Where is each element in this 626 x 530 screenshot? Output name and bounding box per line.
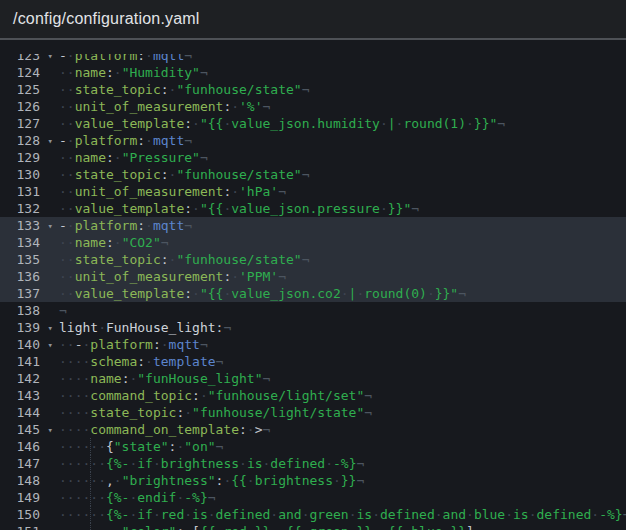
- line-number: 134: [0, 234, 40, 251]
- code-line-145: 145▾····command_on_template:·>¬: [0, 421, 626, 438]
- code-line-135: 135··state_topic:·"funhouse/state"¬: [0, 251, 626, 268]
- code-token: :: [137, 48, 145, 63]
- line-number: 139: [0, 319, 40, 336]
- code-text[interactable]: ······,·"brightness":·{{·brightness·}}¬: [56, 472, 626, 489]
- whitespace-dot: ·: [98, 524, 106, 530]
- code-text[interactable]: ··value_template:·"{{·value_json.humidit…: [56, 115, 626, 132]
- code-text[interactable]: ··state_topic:·"funhouse/state"¬: [56, 251, 626, 268]
- fold-arrow-icon[interactable]: ▾: [48, 337, 53, 354]
- code-line-127: 127··value_template:·"{{·value_json.humi…: [0, 115, 626, 132]
- code-text[interactable]: ····state_topic:·"funhouse/light/state"¬: [56, 404, 626, 421]
- code-line-142: 142····name:·"funHouse_light"¬: [0, 370, 626, 387]
- code-text[interactable]: ··value_template:·"{{·value_json.pressur…: [56, 200, 626, 217]
- whitespace-dot: ·: [380, 201, 388, 216]
- code-text[interactable]: ··unit_of_measurement:·'%'¬: [56, 98, 626, 115]
- code-text[interactable]: ··state_topic:·"funhouse/state"¬: [56, 81, 626, 98]
- code-token: template: [153, 354, 216, 369]
- code-text[interactable]: -·platform:·mqtt¬: [56, 217, 626, 234]
- whitespace-dot: ·: [114, 235, 122, 250]
- code-lines: 123▾-·platform:·mqtt¬124··name:·"Humidit…: [0, 47, 626, 530]
- code-token: }}: [255, 524, 271, 530]
- code-token: }}": [474, 116, 497, 131]
- code-token: is: [356, 507, 372, 522]
- code-text[interactable]: light·FunHouse_light:¬: [56, 319, 626, 336]
- code-text[interactable]: -·platform:·mqtt¬: [56, 132, 626, 149]
- code-text[interactable]: ··unit_of_measurement:·'hPa'¬: [56, 183, 626, 200]
- code-token: brightness: [161, 456, 239, 471]
- whitespace-dot: ·: [67, 99, 75, 114]
- whitespace-dot: ·: [90, 473, 98, 488]
- whitespace-dot: ·: [466, 507, 474, 522]
- whitespace-dot: ·: [153, 456, 161, 471]
- code-token: :: [192, 388, 200, 403]
- code-line-147: 147······{%-·if·brightness·is·defined·-%…: [0, 455, 626, 472]
- eol-marker: ¬: [474, 524, 482, 530]
- code-text[interactable]: ··name:·"Pressure"¬: [56, 149, 626, 166]
- whitespace-dot: ·: [90, 524, 98, 530]
- code-token: ,: [270, 524, 278, 530]
- eol-marker: ¬: [364, 388, 372, 403]
- code-text[interactable]: ······{"state":·"on"¬: [56, 438, 626, 455]
- whitespace-dot: ·: [59, 456, 67, 471]
- gutter-cell: 127: [0, 115, 56, 132]
- code-token: round(0): [364, 286, 427, 301]
- whitespace-dot: ·: [591, 507, 599, 522]
- whitespace-dot: ·: [427, 286, 435, 301]
- eol-marker: ¬: [223, 320, 231, 335]
- fold-arrow-icon[interactable]: ▾: [48, 320, 53, 337]
- code-text[interactable]: ····schema:·template¬: [56, 353, 626, 370]
- fold-arrow-icon[interactable]: ▾: [48, 133, 53, 150]
- code-token: -%}: [599, 507, 622, 522]
- code-text[interactable]: ······,·"color":·[{{·red·}},·{{·green·}}…: [56, 523, 626, 530]
- code-text[interactable]: ····command_topic:·"funhouse/light/set"¬: [56, 387, 626, 404]
- fold-arrow-icon[interactable]: ▾: [48, 218, 53, 235]
- code-text[interactable]: ¬: [56, 302, 626, 319]
- code-token: and: [278, 507, 301, 522]
- code-text[interactable]: ··name:·"Humidity"¬: [56, 64, 626, 81]
- code-token: }}": [388, 201, 411, 216]
- fold-arrow-icon[interactable]: ▾: [48, 48, 53, 65]
- code-text[interactable]: ··name:·"CO2"¬: [56, 234, 626, 251]
- code-token: defined: [537, 507, 592, 522]
- whitespace-dot: ·: [466, 116, 474, 131]
- code-text[interactable]: ··unit_of_measurement:·'PPM'¬: [56, 268, 626, 285]
- code-text[interactable]: -·platform:·mqtt¬: [56, 47, 626, 64]
- whitespace-dot: ·: [208, 507, 216, 522]
- code-token: >: [255, 422, 263, 437]
- code-token: command_topic: [90, 388, 192, 403]
- code-token: platform: [75, 218, 138, 233]
- gutter-cell: 124: [0, 64, 56, 81]
- code-editor[interactable]: 123▾-·platform:·mqtt¬124··name:·"Humidit…: [0, 42, 626, 530]
- code-line-149: 149······{%-·endif·-%}¬: [0, 489, 626, 506]
- code-token: "{{: [200, 116, 223, 131]
- code-text[interactable]: ··value_template:·"{{·value_json.co2·|·r…: [56, 285, 626, 302]
- line-number: 135: [0, 251, 40, 268]
- code-text[interactable]: ······{%-·endif·-%}¬: [56, 489, 626, 506]
- code-text[interactable]: ··state_topic:·"funhouse/state"¬: [56, 166, 626, 183]
- whitespace-dot: ·: [67, 337, 75, 352]
- code-token: {{: [286, 524, 302, 530]
- code-text[interactable]: ······{%-·if·red·is·defined·and·green·is…: [56, 506, 626, 523]
- line-number: 132: [0, 200, 40, 217]
- code-token: value_json.humidity: [231, 116, 380, 131]
- code-token: ]: [466, 524, 474, 530]
- line-number: 151: [0, 523, 40, 530]
- eol-marker: ¬: [356, 473, 364, 488]
- code-text[interactable]: ····command_on_template:·>¬: [56, 421, 626, 438]
- code-text[interactable]: ··-·platform:·mqtt¬: [56, 336, 626, 353]
- whitespace-dot: ·: [59, 99, 67, 114]
- fold-arrow-icon[interactable]: ▾: [48, 422, 53, 439]
- eol-marker: ¬: [59, 303, 67, 318]
- whitespace-dot: ·: [59, 201, 67, 216]
- code-token: mqtt: [153, 133, 184, 148]
- code-token: "color": [122, 524, 177, 530]
- whitespace-dot: ·: [59, 150, 67, 165]
- code-token: value_template: [75, 286, 185, 301]
- gutter-cell: 130: [0, 166, 56, 183]
- eol-marker: ¬: [161, 235, 169, 250]
- code-text[interactable]: ······{%-·if·brightness·is·defined·-%}¬: [56, 455, 626, 472]
- code-token: "{{: [200, 201, 223, 216]
- code-text[interactable]: ····name:·"funHouse_light"¬: [56, 370, 626, 387]
- whitespace-dot: ·: [302, 507, 310, 522]
- whitespace-dot: ·: [59, 388, 67, 403]
